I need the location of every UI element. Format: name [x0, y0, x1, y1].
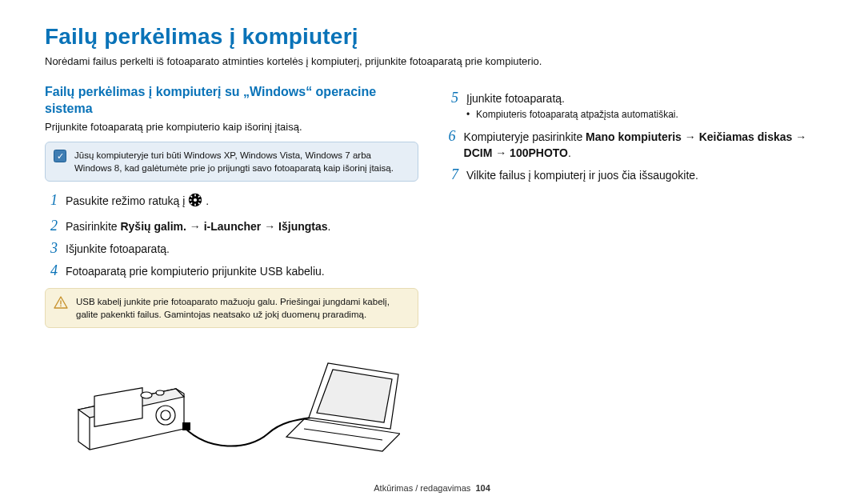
svg-point-16 [161, 410, 170, 420]
step-number: 7 [446, 167, 458, 183]
mode-dial-icon [188, 193, 202, 211]
left-column: Failų perkėlimas į kompiuterį su „Window… [45, 84, 418, 459]
step-3: 3 Išjunkite fotoaparatą. [45, 241, 418, 257]
step-text: Išjunkite fotoaparatą. [66, 241, 170, 257]
step-1: 1 Pasukite režimo ratuką į [45, 193, 418, 211]
step-number: 4 [45, 263, 58, 279]
svg-point-3 [194, 198, 197, 202]
subheading-windows: Failų perkėlimas į kompiuterį su „Window… [45, 84, 418, 118]
step-text: Pasirinkite Ryšių galim. → i-Launcher → … [66, 218, 330, 234]
page-number: 104 [475, 483, 490, 493]
step-5: 5 Įjunkite fotoaparatą. Kompiuteris foto… [446, 90, 819, 122]
step-number: 3 [45, 241, 58, 257]
page-title: Failų perkėlimas į kompiuterį [45, 24, 819, 50]
step-number: 5 [446, 90, 458, 106]
footer-section: Atkūrimas / redagavimas [374, 483, 470, 493]
right-column: 5 Įjunkite fotoaparatą. Kompiuteris foto… [446, 84, 819, 459]
step-text: Vilkite failus į kompiuterį ir juos čia … [466, 167, 698, 183]
step-text: Pasukite režimo ratuką į [66, 193, 209, 211]
page-footer: Atkūrimas / redagavimas 104 [0, 483, 864, 493]
step-text: Fotoaparatą prie kompiuterio prijunkite … [66, 263, 325, 279]
steps-left: 1 Pasukite režimo ratuką į [45, 193, 418, 279]
step-text: Įjunkite fotoaparatą. Kompiuteris fotoap… [466, 90, 678, 122]
info-icon: ✓ [54, 150, 66, 162]
svg-rect-6 [190, 200, 192, 202]
step-6: 6 Kompiuteryje pasirinkite Mano kompiute… [446, 129, 819, 162]
svg-rect-19 [182, 422, 190, 430]
step-number: 2 [45, 218, 58, 234]
svg-point-17 [141, 392, 152, 398]
note-text: Jūsų kompiuteryje turi būti Windows XP, … [74, 149, 410, 174]
lead-text: Prijunkite fotoaparatą prie kompiuterio … [45, 120, 418, 135]
step-5-sub: Kompiuteris fotoaparatą atpažįsta automa… [466, 108, 678, 122]
svg-point-18 [156, 390, 164, 395]
svg-rect-13 [60, 305, 61, 306]
step-4: 4 Fotoaparatą prie kompiuterio prijunkit… [45, 263, 418, 279]
content-columns: Failų perkėlimas į kompiuterį su „Window… [45, 84, 819, 459]
usb-illustration [45, 339, 418, 459]
intro-text: Norėdami failus perkelti iš fotoaparato … [45, 54, 819, 70]
step-number: 6 [446, 129, 456, 145]
step-7: 7 Vilkite failus į kompiuterį ir juos či… [446, 167, 819, 183]
step-text: Kompiuteryje pasirinkite Mano kompiuteri… [464, 129, 819, 162]
svg-rect-5 [194, 204, 196, 206]
warning-box: USB kabelį junkite prie fotoaparato mažu… [45, 288, 418, 328]
step-number: 1 [45, 193, 58, 209]
svg-rect-12 [60, 300, 61, 304]
svg-rect-7 [199, 200, 202, 202]
svg-rect-4 [194, 194, 196, 197]
note-box: ✓ Jūsų kompiuteryje turi būti Windows XP… [45, 142, 418, 182]
svg-text:✓: ✓ [57, 151, 64, 161]
step-2: 2 Pasirinkite Ryšių galim. → i-Launcher … [45, 218, 418, 234]
caution-icon [54, 296, 66, 309]
warning-text: USB kabelį junkite prie fotoaparato mažu… [76, 295, 410, 321]
manual-page: Failų perkėlimas į kompiuterį Norėdami f… [0, 0, 864, 504]
